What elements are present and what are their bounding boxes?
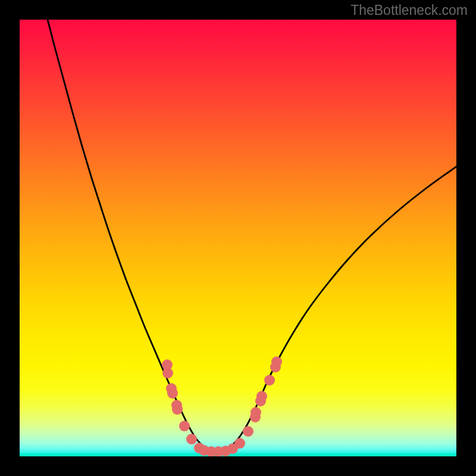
data-dot bbox=[250, 407, 261, 418]
data-dot bbox=[162, 368, 173, 378]
data-dot bbox=[179, 421, 190, 431]
plot-area bbox=[20, 20, 456, 456]
data-dot bbox=[172, 404, 183, 415]
watermark-text: TheBottleneck.com bbox=[350, 2, 468, 18]
right-curve-path bbox=[226, 167, 456, 451]
curve-layer bbox=[20, 20, 456, 456]
data-dot bbox=[234, 438, 245, 449]
dots-group bbox=[162, 356, 282, 456]
chart-frame: TheBottleneck.com bbox=[0, 0, 476, 476]
data-dot bbox=[186, 434, 197, 444]
data-dot bbox=[167, 388, 178, 399]
data-dot bbox=[243, 426, 253, 437]
data-dot bbox=[256, 391, 267, 402]
left-curve-path bbox=[48, 20, 208, 451]
data-dot bbox=[264, 375, 275, 386]
data-dot bbox=[271, 356, 282, 367]
